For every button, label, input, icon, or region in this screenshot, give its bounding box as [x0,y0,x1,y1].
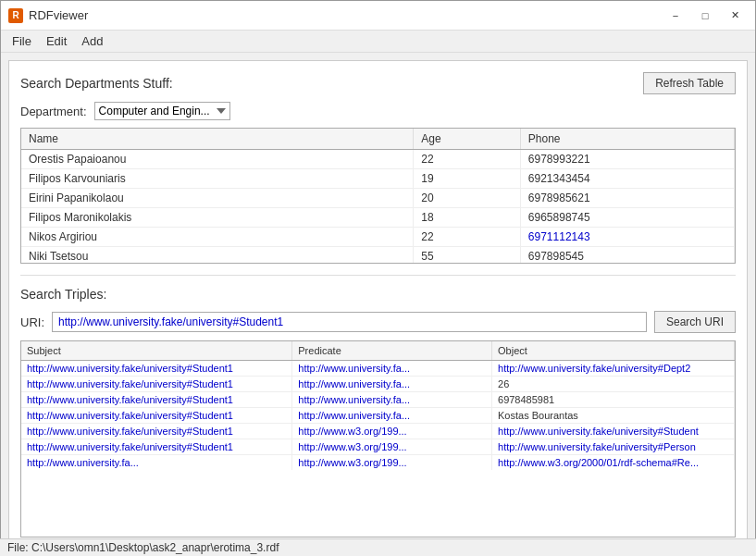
cell-subject: http://www.university.fake/university#St… [21,424,292,439]
cell-subject: http://www.university.fake/university#St… [21,392,292,408]
table-row: Filipos Karvouniaris 19 6921343454 [21,169,735,189]
table-row: http://www.university.fake/university#St… [21,439,735,455]
cell-subject: http://www.university.fake/university#St… [21,439,292,455]
window-title: RDFviewer [29,8,88,22]
table-row: Nikos Argiriou 22 6971112143 [21,228,735,247]
cell-phone: 6978993221 [520,150,734,169]
cell-phone: 6921343454 [520,169,734,189]
cell-predicate: http://www.university.fa... [292,408,492,424]
close-button[interactable]: ✕ [722,6,748,25]
menu-add[interactable]: Add [74,32,110,50]
cell-name: Eirini Papanikolaou [21,189,414,208]
cell-phone: 6978985621 [520,189,734,208]
departments-table-container: Name Age Phone Orestis Papaioanou 22 697… [20,128,736,264]
table-row: Eirini Papanikolaou 20 6978985621 [21,189,735,208]
cell-age: 22 [414,228,521,247]
table-row: Orestis Papaioanou 22 6978993221 [21,150,735,169]
cell-object: http://www.w3.org/2000/01/rdf-schema#Re.… [492,455,735,471]
cell-object: http://www.university.fake/university#De… [492,361,735,377]
triples-table-scroll[interactable]: Subject Predicate Object http://www.univ… [21,341,735,537]
triples-col-object: Object [492,341,735,361]
uri-input[interactable] [52,312,647,332]
cell-phone: 6965898745 [520,208,734,228]
main-content: Search Departments Stuff: Refresh Table … [8,60,748,550]
table-row: http://www.university.fake/university#St… [21,377,735,392]
window-controls: − □ ✕ [663,6,748,25]
departments-title: Search Departments Stuff: [20,76,173,91]
cell-subject: http://www.university.fake/university#St… [21,377,292,392]
cell-object: 26 [492,377,735,392]
cell-name: Filipos Karvouniaris [21,169,414,189]
section-divider [20,275,736,276]
cell-object: Kostas Bourantas [492,408,735,424]
cell-age: 18 [414,208,521,228]
cell-predicate: http://www.university.fa... [292,377,492,392]
cell-object: 6978485981 [492,392,735,408]
cell-subject: http://www.university.fake/university#St… [21,408,292,424]
menu-file[interactable]: File [5,32,39,50]
app-icon: R [8,8,23,23]
menu-bar: File Edit Add [1,31,755,53]
table-row: Filipos Maronikolakis 18 6965898745 [21,208,735,228]
cell-name: Filipos Maronikolakis [21,208,414,228]
triples-section: Search Triples: URI: Search URI Subject … [20,287,736,537]
cell-phone: 6971112143 [520,228,734,247]
departments-table: Name Age Phone Orestis Papaioanou 22 697… [21,129,735,263]
section-header: Search Departments Stuff: Refresh Table [20,72,736,94]
status-text: File: C:\Users\omn1\Desktop\ask2_anapr\e… [7,541,279,554]
triples-table: Subject Predicate Object http://www.univ… [21,341,735,470]
cell-object: http://www.university.fake/university#Pe… [492,439,735,455]
departments-table-scroll[interactable]: Name Age Phone Orestis Papaioanou 22 697… [21,129,735,263]
triples-title: Search Triples: [20,287,736,302]
table-row: http://www.university.fake/university#St… [21,361,735,377]
table-row: Niki Tsetsou 55 697898545 [21,247,735,264]
cell-age: 55 [414,247,521,264]
cell-predicate: http://www.w3.org/199... [292,424,492,439]
triples-col-predicate: Predicate [292,341,492,361]
uri-label: URI: [20,315,44,329]
departments-section: Search Departments Stuff: Refresh Table … [20,72,736,264]
triples-table-container: Subject Predicate Object http://www.univ… [20,340,736,537]
cell-predicate: http://www.university.fa... [292,392,492,408]
minimize-button[interactable]: − [663,6,688,25]
department-row: Department: Computer and Engin... [20,102,736,120]
title-bar: R RDFviewer − □ ✕ [1,1,755,31]
cell-age: 22 [414,150,521,169]
search-uri-button[interactable]: Search URI [654,311,736,333]
cell-subject: http://www.university.fa... [21,455,292,471]
col-phone: Phone [520,129,734,150]
table-row: http://www.university.fake/university#St… [21,408,735,424]
cell-subject: http://www.university.fake/university#St… [21,361,292,377]
cell-name: Niki Tsetsou [21,247,414,264]
col-name: Name [21,129,414,150]
triples-col-subject: Subject [21,341,292,361]
menu-edit[interactable]: Edit [39,32,74,50]
status-bar: File: C:\Users\omn1\Desktop\ask2_anapr\e… [0,538,756,556]
cell-object: http://www.university.fake/university#St… [492,424,735,439]
table-row: http://www.university.fa... http://www.w… [21,455,735,471]
cell-predicate: http://www.w3.org/199... [292,455,492,471]
cell-predicate: http://www.w3.org/199... [292,439,492,455]
cell-age: 19 [414,169,521,189]
table-row: http://www.university.fake/university#St… [21,392,735,408]
uri-row: URI: Search URI [20,311,736,333]
cell-predicate: http://www.university.fa... [292,361,492,377]
cell-name: Orestis Papaioanou [21,150,414,169]
cell-age: 20 [414,189,521,208]
maximize-button[interactable]: □ [692,6,718,25]
cell-name: Nikos Argiriou [21,228,414,247]
col-age: Age [414,129,521,150]
department-select[interactable]: Computer and Engin... [94,102,230,120]
refresh-table-button[interactable]: Refresh Table [643,72,736,94]
cell-phone: 697898545 [520,247,734,264]
table-row: http://www.university.fake/university#St… [21,424,735,439]
department-label: Department: [20,105,87,118]
